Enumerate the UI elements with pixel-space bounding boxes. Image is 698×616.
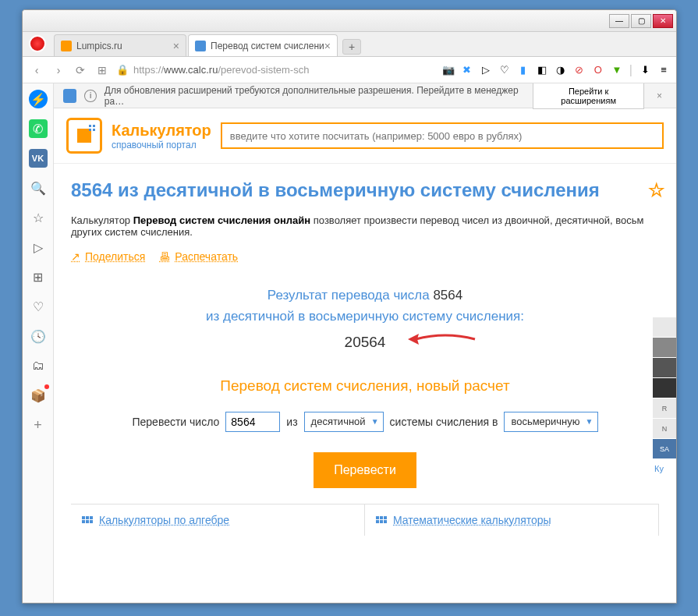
page-description: Калькулятор Перевод систем счисления онл… (71, 214, 659, 238)
back-button[interactable]: ‹ (29, 62, 44, 78)
result-value: 20564 (71, 331, 659, 354)
share-link[interactable]: ↗Поделиться (71, 250, 145, 263)
ext-icon[interactable]: ◑ (555, 64, 567, 76)
page-title: 8564 из десятичной в восьмеричную систем… (71, 178, 659, 202)
notification-bar: i Для обновления расширений требуются до… (54, 83, 676, 108)
color-strip: R N SA Ку (653, 317, 676, 478)
number-input[interactable] (225, 412, 280, 432)
close-window-button[interactable]: ✕ (653, 14, 673, 28)
menu-icon[interactable]: ≡ (657, 64, 670, 76)
apps-icon[interactable]: ⊞ (29, 267, 48, 286)
url-field[interactable]: 🔒 https://www.calc.ru/perevod-sistem-sch (116, 61, 436, 80)
ext-icon[interactable]: ✖ (461, 64, 473, 76)
camera-icon[interactable]: 📷 (442, 64, 455, 76)
site-search-input[interactable] (221, 122, 664, 149)
download-icon[interactable]: ⬇ (639, 64, 651, 76)
result-box: Результат перевода числа 8564 из десятич… (71, 285, 659, 354)
conversion-form: Перевести число из десятичной системы сч… (71, 412, 659, 432)
tab-calc[interactable]: Перевод систем счислени × (188, 34, 338, 56)
site-logo-icon[interactable] (66, 118, 102, 154)
math-calcs-link[interactable]: Математические калькуляторы (365, 504, 659, 536)
save-icon[interactable]: 🗂 (29, 356, 48, 375)
from-system-select[interactable]: десятичной (304, 412, 384, 432)
minimize-button[interactable]: — (609, 14, 629, 28)
tab-lumpics[interactable]: Lumpics.ru × (54, 34, 186, 56)
browser-window: — ▢ ✕ Lumpics.ru × Перевод систем счисле… (22, 9, 677, 604)
heart-icon[interactable]: ♡ (498, 64, 511, 76)
favicon-icon (195, 41, 206, 51)
ext-icon[interactable]: ⊘ (573, 64, 586, 76)
ext-icon[interactable]: ▷ (480, 64, 492, 76)
news-icon[interactable]: ▷ (29, 238, 48, 257)
close-tab-icon[interactable]: × (324, 40, 331, 52)
new-tab-button[interactable]: + (342, 39, 361, 55)
print-link[interactable]: 🖶Распечатать (159, 250, 238, 263)
box-icon[interactable]: 📦 (29, 386, 48, 405)
lock-icon: 🔒 (116, 64, 129, 76)
history-icon[interactable]: 🕓 (29, 327, 48, 345)
tab-label: Lumpics.ru (76, 41, 122, 51)
site-header: Калькулятор справочный портал (54, 108, 676, 164)
brand-subtitle: справочный портал (112, 140, 211, 150)
favorite-star-icon[interactable]: ☆ (648, 178, 665, 202)
titlebar: — ▢ ✕ (23, 10, 676, 32)
grid-icon (376, 516, 387, 523)
maximize-button[interactable]: ▢ (631, 14, 651, 28)
goto-extensions-button[interactable]: Перейти к расширениям (533, 83, 644, 109)
close-tab-icon[interactable]: × (173, 40, 179, 52)
reload-button[interactable]: ⟳ (73, 62, 88, 78)
speed-dial-button[interactable]: ⊞ (94, 62, 110, 78)
extension-icons: 📷 ✖ ▷ ♡ ▮ ◧ ◑ ⊘ O ▼ | ⬇ ≡ (442, 63, 670, 77)
close-notification-button[interactable]: × (652, 90, 667, 101)
tab-label: Перевод систем счислени (211, 41, 324, 51)
print-icon: 🖶 (159, 250, 170, 263)
opera-sidebar: ⚡ ✆ VK 🔍 ☆ ▷ ⊞ ♡ 🕓 🗂 📦 + (23, 83, 54, 603)
tab-strip: Lumpics.ru × Перевод систем счислени × + (23, 32, 676, 57)
ext-icon[interactable]: ▮ (517, 64, 530, 76)
notification-text: Для обновления расширений требуются допо… (105, 85, 525, 107)
vk-icon[interactable]: VK (29, 149, 48, 168)
new-calc-heading: Перевод систем счисления, новый расчет (71, 377, 659, 395)
add-sidebar-button[interactable]: + (29, 416, 48, 434)
opera-icon[interactable]: O (592, 64, 604, 76)
page-content: i Для обновления расширений требуются до… (54, 83, 676, 603)
whatsapp-icon[interactable]: ✆ (29, 119, 48, 138)
convert-button[interactable]: Перевести (314, 452, 416, 488)
heart-icon[interactable]: ♡ (29, 297, 48, 316)
algebra-calcs-link[interactable]: Калькуляторы по алгебре (71, 504, 365, 536)
messenger-icon[interactable]: ⚡ (29, 90, 48, 108)
forward-button[interactable]: › (51, 62, 66, 78)
grid-icon (82, 516, 93, 523)
opera-logo-icon[interactable] (29, 35, 46, 52)
brand-title: Калькулятор (112, 122, 211, 140)
bookmark-icon[interactable]: ☆ (29, 208, 48, 227)
address-bar: ‹ › ⟳ ⊞ 🔒 https://www.calc.ru/perevod-si… (23, 57, 676, 83)
shield-icon[interactable]: ▼ (611, 64, 623, 76)
translate-icon[interactable] (63, 89, 76, 103)
favicon-icon (61, 41, 72, 51)
to-system-select[interactable]: восьмеричную (504, 412, 597, 432)
ext-icon[interactable]: ◧ (536, 64, 548, 76)
search-icon[interactable]: 🔍 (29, 179, 48, 197)
info-icon: i (84, 90, 97, 102)
share-icon: ↗ (71, 250, 80, 263)
arrow-annotation-icon (406, 330, 477, 349)
